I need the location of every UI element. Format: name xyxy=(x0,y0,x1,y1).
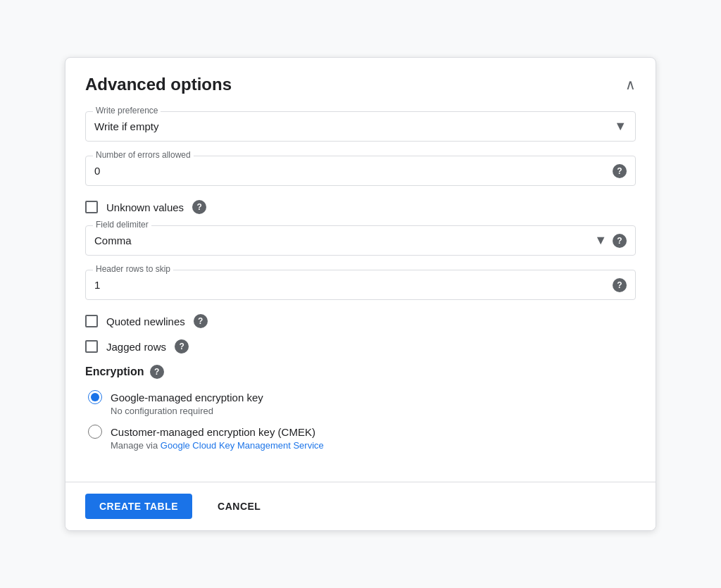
jagged-rows-group: Jagged rows ? xyxy=(85,339,636,354)
jagged-rows-checkbox[interactable] xyxy=(85,340,98,353)
google-managed-row: Google-managed encryption key xyxy=(88,390,636,404)
header-rows-field[interactable]: Header rows to skip 1 ? xyxy=(85,270,636,300)
encryption-section-header: Encryption ? xyxy=(85,365,636,379)
field-delimiter-field[interactable]: Field delimiter Comma ▼ ? xyxy=(85,225,636,256)
field-delimiter-help-icon[interactable]: ? xyxy=(613,234,627,248)
google-managed-subtext: No configuration required xyxy=(111,406,636,416)
errors-allowed-content: 0 ? xyxy=(94,162,627,180)
write-preference-content: Write if empty ▼ xyxy=(94,118,627,135)
write-preference-label: Write preference xyxy=(93,106,161,115)
jagged-rows-label: Jagged rows xyxy=(106,341,166,353)
unknown-values-group: Unknown values ? xyxy=(85,200,636,214)
field-delimiter-value: Comma xyxy=(94,232,132,249)
dialog-body: Write preference Write if empty ▼ Number… xyxy=(65,106,656,482)
customer-managed-subtext: Manage via Google Cloud Key Management S… xyxy=(111,440,636,451)
dialog-title: Advanced options xyxy=(85,75,232,94)
header-rows-value: 1 xyxy=(94,276,100,294)
errors-allowed-field[interactable]: Number of errors allowed 0 ? xyxy=(85,156,636,186)
encryption-help-icon[interactable]: ? xyxy=(150,365,164,379)
customer-managed-item: Customer-managed encryption key (CMEK) M… xyxy=(88,425,636,451)
dialog-header: Advanced options ∧ xyxy=(65,58,656,106)
errors-allowed-label: Number of errors allowed xyxy=(93,150,194,160)
collapse-icon[interactable]: ∧ xyxy=(625,76,636,93)
google-managed-item: Google-managed encryption key No configu… xyxy=(88,390,636,416)
customer-managed-label: Customer-managed encryption key (CMEK) xyxy=(111,426,315,438)
write-preference-dropdown-icon[interactable]: ▼ xyxy=(614,119,627,134)
google-managed-radio[interactable] xyxy=(88,390,102,404)
customer-managed-row: Customer-managed encryption key (CMEK) xyxy=(88,425,636,439)
google-managed-label: Google-managed encryption key xyxy=(111,392,263,404)
write-preference-group: Write preference Write if empty ▼ xyxy=(85,111,636,142)
write-preference-field[interactable]: Write preference Write if empty ▼ xyxy=(85,111,636,142)
field-delimiter-dropdown-icon[interactable]: ▼ xyxy=(594,233,607,248)
field-delimiter-group: Field delimiter Comma ▼ ? xyxy=(85,225,636,256)
encryption-radio-group: Google-managed encryption key No configu… xyxy=(88,390,636,451)
unknown-values-checkbox[interactable] xyxy=(85,201,98,213)
quoted-newlines-help-icon[interactable]: ? xyxy=(194,314,208,328)
dialog-footer: CREATE TABLE CANCEL xyxy=(65,482,656,530)
header-rows-help-icon[interactable]: ? xyxy=(613,278,627,292)
field-delimiter-actions: ▼ ? xyxy=(594,233,627,248)
encryption-label: Encryption xyxy=(85,365,144,378)
field-delimiter-label: Field delimiter xyxy=(93,220,151,230)
errors-allowed-value: 0 xyxy=(94,162,100,180)
quoted-newlines-group: Quoted newlines ? xyxy=(85,314,636,328)
errors-allowed-help-icon[interactable]: ? xyxy=(613,164,627,178)
quoted-newlines-label: Quoted newlines xyxy=(106,315,185,327)
field-delimiter-content: Comma ▼ ? xyxy=(94,232,627,249)
encryption-section: Encryption ? Google-managed encryption k… xyxy=(85,365,636,451)
quoted-newlines-checkbox[interactable] xyxy=(85,315,98,327)
jagged-rows-help-icon[interactable]: ? xyxy=(175,339,189,354)
customer-managed-radio[interactable] xyxy=(88,425,102,439)
create-table-button[interactable]: CREATE TABLE xyxy=(85,494,192,519)
write-preference-value: Write if empty xyxy=(94,118,158,135)
unknown-values-label: Unknown values xyxy=(106,201,184,213)
errors-allowed-group: Number of errors allowed 0 ? xyxy=(85,156,636,186)
key-management-link[interactable]: Google Cloud Key Management Service xyxy=(161,440,324,451)
header-rows-group: Header rows to skip 1 ? xyxy=(85,270,636,300)
cancel-button[interactable]: CANCEL xyxy=(203,494,275,519)
header-rows-content: 1 ? xyxy=(94,276,627,294)
advanced-options-dialog: Advanced options ∧ Write preference Writ… xyxy=(65,57,656,531)
header-rows-label: Header rows to skip xyxy=(93,264,173,274)
unknown-values-help-icon[interactable]: ? xyxy=(192,200,206,214)
customer-managed-subtext-prefix: Manage via xyxy=(111,440,161,451)
